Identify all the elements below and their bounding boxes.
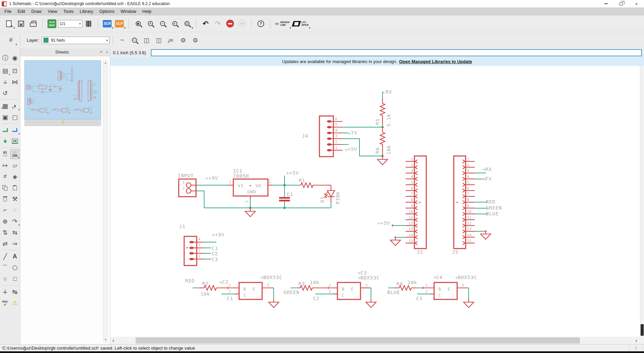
text-tool[interactable]: A (10, 252, 19, 261)
add-gates-tool[interactable]: ⊕ (1, 216, 10, 226)
supply-label-9v[interactable]: +9V (209, 175, 218, 181)
component-j2[interactable]: + 123456789101112131415 J2 +5V (377, 156, 426, 255)
wire-tool[interactable]: ╱ (1, 252, 10, 261)
erc-tool[interactable]: ERC✔ (1, 298, 10, 308)
pinswap2-tool[interactable]: ⇆ (10, 228, 19, 237)
paint-tool[interactable]: ⌐ (1, 205, 10, 215)
horizontal-scrollbar-thumb[interactable] (136, 337, 580, 344)
ltspice-button[interactable]: LTCSPICE ▾ (291, 17, 310, 30)
rect-tool[interactable]: □ (10, 274, 19, 284)
replace-tool[interactable]: ▣ (1, 112, 10, 122)
component-ic1[interactable]: IC1 7805H VI + VO GND 2 3 (233, 168, 272, 203)
schematic-drawing[interactable]: 6 5 4 3 2 1 J4 TX +5V RX (110, 66, 640, 337)
dimension-tool[interactable]: ∔ (1, 287, 10, 297)
smash-tool[interactable]: ▱ (10, 160, 19, 170)
info-tool[interactable]: ⓘ (1, 53, 10, 63)
minimize-button[interactable] (598, 0, 613, 7)
simulate-button[interactable]: ~ (116, 34, 128, 47)
command-input[interactable] (151, 49, 642, 56)
scroll-up-icon[interactable]: ▲ (104, 61, 107, 65)
scroll-down-icon[interactable]: ▼ (104, 337, 107, 342)
settings2-button[interactable]: ⚙ (189, 34, 201, 47)
sheet-selector[interactable]: 1/1▾ (58, 20, 82, 27)
measure-tool[interactable]: ↹ (10, 287, 19, 297)
save-button[interactable] (15, 17, 27, 30)
horizontal-scrollbar[interactable]: ‹ › (110, 337, 644, 344)
menu-edit[interactable]: Edit (15, 8, 28, 15)
errors-tool[interactable]: ⚠ (10, 298, 19, 308)
vertical-scrollbar-thumb[interactable] (641, 324, 644, 336)
help-button[interactable]: ? (255, 17, 267, 30)
menu-help[interactable]: Help (139, 8, 155, 15)
value-tool[interactable]: R210k▾ (10, 149, 19, 159)
mirror-tool[interactable]: ⋈ (10, 77, 19, 87)
delete-tool[interactable] (1, 194, 10, 204)
panel-close-button[interactable]: × (104, 50, 110, 54)
library-button[interactable] (82, 17, 95, 30)
menu-draw[interactable]: Draw (28, 8, 44, 15)
sheet-number-label[interactable]: 1 (24, 119, 101, 126)
zoom-redraw-button[interactable]: ≡ (169, 17, 181, 30)
menu-library[interactable]: Library (77, 8, 96, 15)
net-tool[interactable] (1, 125, 10, 135)
change-tool[interactable]: ↷▾ (10, 216, 19, 226)
vertical-scrollbar[interactable] (640, 66, 644, 337)
polygon-tool[interactable]: ⬠ (10, 263, 19, 273)
schematic-canvas[interactable]: 6 5 4 3 2 1 J4 TX +5V RX (110, 66, 640, 337)
add-gate-tool[interactable]: ◗+▾ (10, 101, 19, 111)
label-tool[interactable]: AB (10, 136, 19, 146)
close-button[interactable]: × (629, 0, 644, 7)
zoom-fit-button[interactable] (132, 17, 144, 30)
net-5v-c1[interactable]: +5V C1 (279, 170, 299, 209)
component-j4[interactable]: 6 5 4 3 2 1 J4 TX +5V (302, 116, 357, 157)
wire-gnd-rail[interactable] (196, 191, 331, 208)
redo-button[interactable]: ↷ (212, 17, 224, 30)
zoom-select-button[interactable]: ▾ (181, 17, 193, 30)
junction-tool[interactable]: + (1, 136, 10, 146)
display-layers-tool[interactable]: ▤▾ (1, 66, 10, 76)
select-tool[interactable]: ⊡ (10, 66, 19, 76)
stop-button[interactable] (224, 17, 236, 30)
sheet-thumbnail[interactable] (24, 60, 101, 119)
component-q3[interactable]: BLUE R4 10k 1 2 B E C (387, 275, 477, 308)
replace-outline-tool[interactable]: ▢ (10, 112, 19, 122)
new-open-button[interactable]: ▸▾ (3, 17, 15, 30)
cut-tool[interactable]: ⇄ (1, 239, 10, 249)
pinswap-tool[interactable]: ↦ (1, 160, 10, 170)
restore-button[interactable] (613, 0, 629, 7)
run-ulp-button[interactable]: ULP▾ (113, 17, 125, 30)
add-link-button[interactable]: ∞+ (165, 34, 177, 47)
show-tool[interactable]: ◉ (10, 53, 19, 63)
fix-tool[interactable]: ⚒ (10, 194, 19, 204)
undo-button[interactable]: ↶ (199, 17, 212, 30)
switch-sch-brd-button[interactable]: SCHBRD (46, 17, 58, 30)
paste-tool[interactable] (10, 183, 19, 193)
menu-file[interactable]: File (1, 8, 15, 15)
run-script-button[interactable]: SCR▾ (101, 17, 113, 30)
component-input[interactable]: INPUT 1 2 (178, 173, 196, 197)
menu-view[interactable]: View (45, 8, 60, 15)
go-button[interactable]: GO (236, 17, 248, 30)
copy-tool[interactable] (1, 183, 10, 193)
menu-options[interactable]: Options (96, 8, 118, 15)
multimeter-button[interactable]: ◫ (140, 34, 153, 47)
add-part-tool[interactable]: ▦+ (1, 101, 10, 111)
print-button[interactable] (27, 17, 39, 30)
invoke-tool[interactable]: ⇒ (10, 239, 19, 249)
group-tool[interactable]: ◌ (10, 205, 19, 215)
sheets-scrollbar[interactable]: ▲ ▼ (103, 60, 108, 342)
component-r1[interactable]: R1 (299, 178, 327, 188)
zoom-out-button[interactable]: − (156, 17, 169, 30)
component-q2[interactable]: GREEN R3 10k 1 2 B E C C3 (284, 270, 380, 308)
split-tool[interactable]: ≠ (1, 172, 10, 181)
scroll-left-icon[interactable]: ‹ (110, 338, 116, 343)
net-rx-divider[interactable]: RX R5 5.1k R6 10k (343, 89, 392, 165)
design-link-button[interactable]: ∞ DESIGNLINK ▾ (273, 17, 291, 30)
popout-button[interactable]: ↗ (98, 50, 104, 54)
rotate-tool[interactable]: ↺ (1, 88, 10, 98)
name-tool[interactable]: R210k (1, 149, 10, 159)
notification-link[interactable]: Open Managed Libraries to Update (399, 59, 472, 64)
gateswap-tool[interactable]: ⇅ (1, 228, 10, 237)
layer-selector[interactable]: 91 Nets ▾ (42, 37, 110, 44)
multimeter2-button[interactable]: ◫ (153, 34, 165, 47)
